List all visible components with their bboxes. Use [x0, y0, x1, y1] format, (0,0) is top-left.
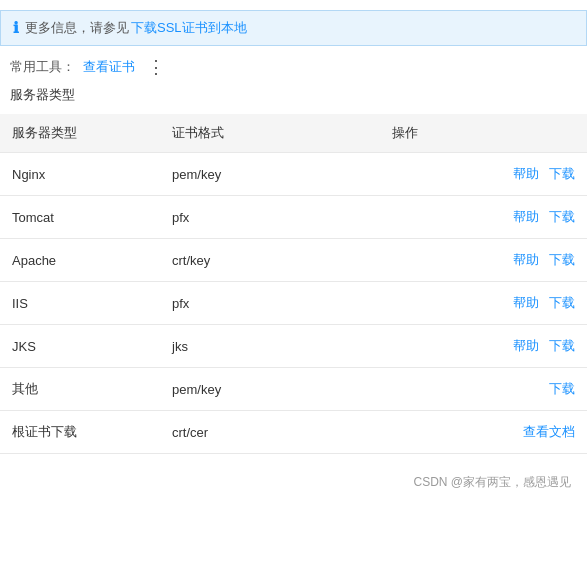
- table-row: Nginxpem/key帮助下载: [0, 153, 587, 196]
- td-action: 下载: [380, 368, 587, 411]
- td-action: 帮助下载: [380, 153, 587, 196]
- td-cert-format: pem/key: [160, 368, 380, 411]
- help-link[interactable]: 帮助: [513, 252, 539, 267]
- table-row: 其他pem/key下载: [0, 368, 587, 411]
- help-link[interactable]: 帮助: [513, 209, 539, 224]
- download-link[interactable]: 下载: [549, 295, 575, 310]
- th-action: 操作: [380, 114, 587, 153]
- download-link[interactable]: 下载: [549, 338, 575, 353]
- td-server-type: IIS: [0, 282, 160, 325]
- table-row: 根证书下载crt/cer查看文档: [0, 411, 587, 454]
- td-cert-format: crt/cer: [160, 411, 380, 454]
- th-server-type: 服务器类型: [0, 114, 160, 153]
- td-server-type: JKS: [0, 325, 160, 368]
- help-link[interactable]: 帮助: [513, 338, 539, 353]
- td-server-type: Apache: [0, 239, 160, 282]
- download-link[interactable]: 下载: [549, 166, 575, 181]
- td-action: 帮助下载: [380, 325, 587, 368]
- td-server-type: 根证书下载: [0, 411, 160, 454]
- table-header-row: 服务器类型 证书格式 操作: [0, 114, 587, 153]
- info-banner: ℹ 更多信息，请参见 下载SSL证书到本地: [0, 10, 587, 46]
- td-server-type: Tomcat: [0, 196, 160, 239]
- download-link[interactable]: 下载: [549, 252, 575, 267]
- ssl-download-link[interactable]: 下载SSL证书到本地: [131, 19, 247, 37]
- footer: CSDN @家有两宝，感恩遇见: [0, 454, 587, 501]
- table-row: Tomcatpfx帮助下载: [0, 196, 587, 239]
- td-action: 帮助下载: [380, 196, 587, 239]
- table-row: JKSjks帮助下载: [0, 325, 587, 368]
- help-link[interactable]: 帮助: [513, 295, 539, 310]
- more-options-icon[interactable]: ⋮: [147, 58, 167, 76]
- view-cert-link[interactable]: 查看证书: [83, 58, 135, 76]
- td-cert-format: pfx: [160, 196, 380, 239]
- td-cert-format: pfx: [160, 282, 380, 325]
- footer-text: CSDN @家有两宝，感恩遇见: [413, 475, 571, 489]
- info-text: 更多信息，请参见: [25, 19, 129, 37]
- cert-table: 服务器类型 证书格式 操作 Nginxpem/key帮助下载Tomcatpfx帮…: [0, 114, 587, 454]
- toolbar: 常用工具： 查看证书 ⋮: [0, 58, 587, 76]
- td-cert-format: crt/key: [160, 239, 380, 282]
- download-link[interactable]: 下载: [549, 381, 575, 396]
- toolbar-label: 常用工具：: [10, 58, 75, 76]
- td-action: 帮助下载: [380, 239, 587, 282]
- td-cert-format: jks: [160, 325, 380, 368]
- td-action: 查看文档: [380, 411, 587, 454]
- help-link[interactable]: 帮助: [513, 166, 539, 181]
- table-row: Apachecrt/key帮助下载: [0, 239, 587, 282]
- download-link[interactable]: 下载: [549, 209, 575, 224]
- th-cert-format: 证书格式: [160, 114, 380, 153]
- td-cert-format: pem/key: [160, 153, 380, 196]
- td-action: 帮助下载: [380, 282, 587, 325]
- td-server-type: 其他: [0, 368, 160, 411]
- info-icon: ℹ: [13, 19, 19, 37]
- table-row: IISpfx帮助下载: [0, 282, 587, 325]
- download-link[interactable]: 查看文档: [523, 424, 575, 439]
- td-server-type: Nginx: [0, 153, 160, 196]
- instruction-text: 服务器类型: [0, 86, 587, 104]
